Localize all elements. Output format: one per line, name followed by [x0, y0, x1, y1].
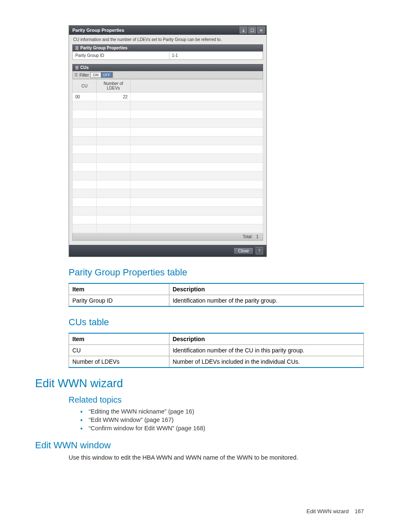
pg-id-row: Parity Group ID 1-1 — [72, 51, 263, 60]
table-row — [73, 101, 263, 110]
table-row — [73, 216, 263, 224]
heading-related-topics: Related topics — [69, 395, 364, 405]
pg-id-value: 1-1 — [169, 51, 263, 59]
col-desc: Description — [169, 283, 363, 295]
total-row: Total: 1 — [72, 233, 263, 241]
table-row — [73, 180, 263, 189]
heading-edit-wwn-window: Edit WWN window — [35, 440, 364, 451]
help-icon[interactable]: ? — [256, 247, 263, 254]
col-item: Item — [69, 283, 169, 295]
section-title: Parity Group Properties — [80, 46, 128, 50]
related-topics-list: “Editing the WWN nickname” (page 16) “Ed… — [80, 408, 364, 432]
cell-desc: Number of LDEVs included in the individu… — [169, 356, 363, 368]
related-link[interactable]: “Confirm window for Edit WWN” (page 168) — [80, 425, 364, 432]
cell-desc: Identification number of the parity grou… — [169, 295, 363, 307]
cell-desc: Identification number of the CU in this … — [169, 345, 363, 356]
dialog-footer: Close ? — [69, 245, 266, 257]
filter-collapse-icon[interactable]: ☰ — [74, 73, 78, 77]
close-button[interactable]: Close — [233, 247, 253, 254]
footer-page: 167 — [355, 508, 364, 514]
filter-label: Filter — [79, 73, 89, 77]
total-label: Total: — [243, 234, 253, 239]
col-num-ldevs[interactable]: Number of LDEVs — [97, 80, 130, 93]
cell-item: Number of LDEVs — [69, 356, 169, 368]
cell-blank — [130, 93, 263, 101]
section-header-cus[interactable]: ☰ CUs — [72, 64, 263, 71]
table-row — [73, 136, 263, 145]
dialog-info-text: CU information and the number of LDEVs s… — [72, 36, 263, 44]
table-row — [73, 198, 263, 207]
heading-edit-wwn-wizard: Edit WWN wizard — [35, 377, 364, 390]
dialog-titlebar: Parity Group Properties ⤓ ☐ ✕ — [69, 26, 266, 35]
related-link[interactable]: “Editing the WWN nickname” (page 16) — [80, 408, 364, 415]
cus-doc-table: Item Description CU Identification numbe… — [69, 333, 364, 368]
col-desc: Description — [169, 333, 363, 345]
table-row — [73, 110, 263, 119]
col-item: Item — [69, 333, 169, 345]
pg-id-label: Parity Group ID — [73, 51, 169, 59]
heading-pgp-table: Parity Group Properties table — [69, 267, 364, 278]
dialog-title: Parity Group Properties — [72, 28, 124, 33]
filter-bar: ☰ Filter ON OFF — [72, 71, 263, 79]
table-row — [73, 189, 263, 198]
total-value: 1 — [256, 234, 258, 239]
table-row — [73, 119, 263, 128]
related-link[interactable]: “Edit WWN window” (page 167) — [80, 416, 364, 423]
filter-on: ON — [91, 72, 101, 77]
edit-wwn-window-desc: Use this window to edit the HBA WWN and … — [69, 454, 364, 461]
table-row — [73, 172, 263, 180]
table-row — [73, 207, 263, 216]
table-row — [73, 145, 263, 154]
col-blank — [130, 80, 263, 93]
collapse-icon: ☰ — [75, 46, 79, 50]
dialog-body: CU information and the number of LDEVs s… — [69, 35, 266, 245]
filter-toggle[interactable]: ON OFF — [90, 72, 113, 78]
filter-off: OFF — [101, 72, 113, 77]
window-close-icon[interactable]: ✕ — [257, 27, 265, 33]
section-title: CUs — [80, 65, 89, 70]
footer-section: Edit WWN wizard — [307, 508, 349, 514]
section-header-pgp[interactable]: ☰ Parity Group Properties — [72, 44, 263, 51]
table-row — [73, 128, 263, 136]
parity-group-properties-dialog: Parity Group Properties ⤓ ☐ ✕ CU informa… — [69, 25, 267, 257]
collapse-icon: ☰ — [75, 66, 79, 70]
col-cu[interactable]: CU — [73, 80, 97, 93]
cell-item: CU — [69, 345, 169, 356]
table-row[interactable]: 00 22 — [73, 93, 263, 101]
page-container: Parity Group Properties ⤓ ☐ ✕ CU informa… — [0, 0, 399, 532]
table-row — [73, 163, 263, 172]
heading-cus-table: CUs table — [69, 317, 364, 328]
cell-cu: 00 — [73, 93, 97, 101]
page-footer: Edit WWN wizard 167 — [307, 508, 364, 514]
cell-num: 22 — [97, 93, 130, 101]
table-row — [73, 154, 263, 163]
cell-item: Parity Group ID — [69, 295, 169, 307]
cu-table: CU Number of LDEVs 00 22 — [72, 79, 263, 233]
window-restore-icon[interactable]: ⤓ — [240, 27, 247, 33]
window-maximize-icon[interactable]: ☐ — [248, 27, 256, 33]
table-row — [73, 224, 263, 233]
pgp-table: Item Description Parity Group ID Identif… — [69, 283, 364, 307]
